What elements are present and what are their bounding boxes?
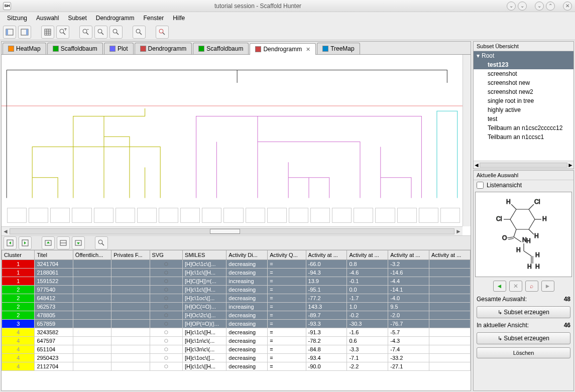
molecule-thumb[interactable]: [180, 208, 200, 223]
tree-item[interactable]: Teilbaum an n1ccsc1: [474, 133, 573, 142]
table-row[interactable]: 11591522⬡[H]C([H])=(...increasing=13.9-0…: [2, 277, 471, 286]
column-header[interactable]: SMILES: [183, 250, 226, 260]
tab-plot-2[interactable]: Plot: [104, 43, 134, 54]
molecule-thumb[interactable]: [354, 208, 373, 223]
column-header[interactable]: Titel: [35, 250, 73, 260]
create-subset-button-2[interactable]: ↳ Subset erzeugen: [477, 332, 570, 344]
horizontal-scrollbar[interactable]: ◄ ►: [2, 226, 463, 235]
tree-item[interactable]: Teilbaum an n1csc2ccccc12: [474, 123, 573, 133]
subset-tree[interactable]: ▾Root test123screenshotscreenshot newscr…: [474, 51, 573, 161]
prev-selection-icon[interactable]: ◄: [493, 281, 506, 292]
molecule-thumb[interactable]: [246, 208, 265, 223]
maximize-icon[interactable]: ⌃: [546, 2, 555, 11]
molecule-thumb[interactable]: [137, 208, 157, 223]
minimize-icon[interactable]: ⌄: [535, 2, 544, 11]
table-row[interactable]: 4651104⬡[H]c\3n\c\(...decreasing=-84.8-3…: [2, 345, 471, 354]
column-header[interactable]: Activity at ...: [388, 250, 429, 260]
column-header[interactable]: Öffentlich...: [73, 250, 111, 260]
tree-item[interactable]: screenshot new2: [474, 87, 573, 96]
roll-down-icon[interactable]: ⌄: [507, 2, 516, 11]
zoom-in-icon[interactable]: +: [56, 26, 69, 39]
zoom-reset-icon[interactable]: [133, 26, 146, 39]
menu-fenster[interactable]: Fenster: [139, 14, 168, 23]
column-header[interactable]: Activity at ...: [429, 250, 471, 260]
tab-scaffoldbaum-1[interactable]: Scaffoldbaum: [47, 43, 103, 54]
collapse-left-icon[interactable]: [4, 236, 17, 249]
create-subset-button-1[interactable]: ↳ Subset erzeugen: [477, 306, 570, 318]
molecule-thumb[interactable]: [72, 208, 91, 223]
tab-treemap-6[interactable]: TreeMap: [317, 43, 360, 54]
column-header[interactable]: Activity Q...: [268, 250, 306, 260]
zoom-sel-icon[interactable]: [109, 26, 123, 39]
table-row[interactable]: 2478805⬡[H]Oc\2c\(|...decreasing=-89.7-0…: [2, 311, 471, 320]
collapse-right-icon[interactable]: [19, 236, 32, 249]
tree-item[interactable]: test123: [474, 60, 573, 69]
zoom-mol-icon[interactable]: [156, 26, 169, 39]
molecule-thumb[interactable]: [397, 208, 417, 223]
molecule-thumb[interactable]: [267, 208, 287, 223]
table-row[interactable]: 12188061⬡[H]c\1c\([H...decreasing=-94.3-…: [2, 269, 471, 277]
tree-hscroll[interactable]: ◄►: [474, 161, 573, 169]
column-header[interactable]: SVG: [150, 250, 182, 260]
tree-item[interactable]: screenshot new: [474, 78, 573, 87]
panel-left-icon[interactable]: [3, 26, 16, 39]
table-row[interactable]: 3657859⬡[H]OP(=O)(|...decreasing=-93.3-3…: [2, 320, 471, 328]
column-header[interactable]: Activity at ...: [347, 250, 388, 260]
tree-item[interactable]: single root in tree: [474, 96, 573, 105]
molecule-thumb[interactable]: [116, 208, 135, 223]
roll-down2-icon[interactable]: ⌄: [518, 2, 527, 11]
dendrogram-view[interactable]: ◄ ►: [2, 55, 471, 236]
column-header[interactable]: Privates F...: [111, 250, 150, 260]
delete-button[interactable]: Löschen: [477, 347, 570, 358]
menu-sitzung[interactable]: Sitzung: [3, 14, 31, 23]
table-row[interactable]: 2648412⬡[H]c\1oc\([...decreasing=-77.2-1…: [2, 294, 471, 303]
remove-selection-icon[interactable]: ✕: [509, 281, 522, 292]
tree-root[interactable]: ▾Root: [474, 51, 573, 60]
tab-dendrogramm-3[interactable]: Dendrogramm: [135, 43, 192, 54]
scroll-left-icon[interactable]: ◄: [2, 228, 10, 235]
zoom-out-icon[interactable]: -: [79, 26, 92, 39]
scroll-right-icon[interactable]: ►: [454, 228, 463, 235]
panel-right-icon[interactable]: [18, 26, 31, 39]
grid-icon[interactable]: [41, 26, 54, 39]
molecule-thumb[interactable]: [29, 208, 48, 223]
tab-heatmap-0[interactable]: HeatMap: [3, 43, 46, 54]
molecule-thumb[interactable]: [332, 208, 352, 223]
table-row[interactable]: 42950423⬡[H]c\1oc\([...decreasing=-93.4-…: [2, 354, 471, 362]
column-header[interactable]: Cluster: [2, 250, 35, 260]
table-row[interactable]: 43243582⬡[H]c\1c\([H...decreasing=-91.3-…: [2, 328, 471, 337]
tab-scaffoldbaum-4[interactable]: Scaffoldbaum: [193, 43, 249, 54]
zoom-selection-icon[interactable]: ⌕: [525, 281, 538, 292]
zoom-fit-icon[interactable]: [94, 26, 107, 39]
tree-item[interactable]: test: [474, 114, 573, 123]
molecule-thumb[interactable]: [375, 208, 395, 223]
molecule-thumb[interactable]: [94, 208, 113, 223]
molecule-thumb[interactable]: [202, 208, 221, 223]
table-row[interactable]: 4647597⬡[H]c\1n\c\(...decreasing=-78.20.…: [2, 337, 471, 345]
tab-dendrogramm-5[interactable]: Dendrogramm✕: [250, 43, 316, 55]
list-view-checkbox[interactable]: Listenansicht: [474, 180, 573, 190]
table-row[interactable]: 42112704⬡[H]c\1c\([H...decreasing=-90.0-…: [2, 362, 471, 371]
tab-close-icon[interactable]: ✕: [306, 46, 310, 53]
column-header[interactable]: Activity Di...: [226, 250, 268, 260]
tree-item[interactable]: screenshot: [474, 69, 573, 78]
sort-up-icon[interactable]: [42, 236, 55, 249]
tree-item[interactable]: highly active: [474, 105, 573, 114]
menu-hilfe[interactable]: Hilfe: [169, 14, 189, 23]
list-view-check-input[interactable]: [477, 182, 484, 189]
data-table[interactable]: ClusterTitelÖffentlich...Privates F...SV…: [2, 250, 471, 390]
molecule-thumb[interactable]: [419, 208, 438, 223]
molecule-thumb[interactable]: [7, 208, 27, 223]
molecule-thumb[interactable]: [440, 208, 460, 223]
table-zoom-icon[interactable]: [95, 236, 108, 249]
vertical-scrollbar[interactable]: [463, 55, 471, 226]
close-icon[interactable]: ✕: [563, 2, 572, 11]
sort-down-icon[interactable]: [72, 236, 85, 249]
menu-dendrogramm[interactable]: Dendrogramm: [92, 14, 139, 23]
table-row[interactable]: 2962573⬡[H]OC(=O)...increasing=143.31.09…: [2, 303, 471, 311]
table-row[interactable]: 2977540⬡[H]c\1c\([H...decreasing=-95.10.…: [2, 286, 471, 294]
molecule-thumb[interactable]: [310, 208, 330, 223]
rows-icon[interactable]: [57, 236, 70, 249]
table-row[interactable]: 13241704⬡[H]Oc\1c\(|...decreasing=-66.00…: [2, 260, 471, 269]
next-selection-icon[interactable]: ►: [541, 281, 554, 292]
